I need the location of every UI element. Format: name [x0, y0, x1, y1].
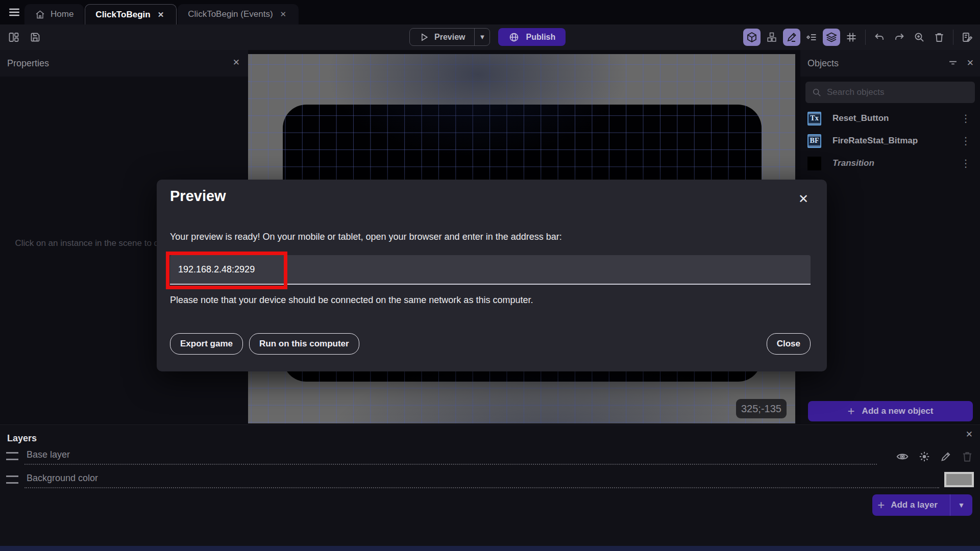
- preview-button[interactable]: Preview: [410, 29, 474, 45]
- save-button[interactable]: [27, 29, 44, 46]
- object-row-reset-button[interactable]: Tx Reset_Button ⋮: [800, 107, 980, 130]
- instances-button[interactable]: [763, 29, 780, 46]
- tab-events-clicktobegin[interactable]: ClickToBegin (Events) ✕: [178, 4, 299, 24]
- preview-button-label: Preview: [434, 33, 465, 42]
- instances-list-icon: [805, 31, 818, 43]
- object-row-transition[interactable]: Transition ⋮: [800, 152, 980, 174]
- preview-address-input[interactable]: [170, 255, 811, 285]
- toolbar-left: [5, 29, 44, 46]
- plus-icon: +: [848, 404, 855, 418]
- dialog-actions: Export game Run on this computer: [170, 333, 359, 355]
- object-row-fireratestat-bitmap[interactable]: BF FireRateStat_Bitmap ⋮: [800, 130, 980, 152]
- close-icon[interactable]: ✕: [233, 57, 240, 68]
- add-new-object-label: Add a new object: [862, 406, 934, 416]
- chevron-down-icon: ▼: [479, 33, 486, 41]
- trash-icon: [933, 31, 945, 43]
- undo-icon: [873, 31, 886, 43]
- pencil-icon: [786, 31, 798, 43]
- add-layer-label: Add a layer: [891, 500, 938, 510]
- black-square-object-icon: [807, 157, 821, 170]
- layer-actions: [896, 447, 974, 466]
- toggle-grid-button[interactable]: [843, 29, 860, 46]
- preview-ready-message: Your preview is ready! On your mobile or…: [170, 232, 562, 242]
- panels-icon: [8, 31, 20, 43]
- zoom-in-button[interactable]: [911, 29, 928, 46]
- tab-bar: Home ClickToBegin ✕ ClickToBegin (Events…: [0, 0, 980, 24]
- visibility-eye-icon[interactable]: [896, 450, 909, 463]
- undo-button[interactable]: [871, 29, 888, 46]
- run-on-this-computer-button[interactable]: Run on this computer: [249, 333, 359, 355]
- toolbar-separator: [953, 30, 953, 45]
- search-icon: [812, 87, 822, 97]
- object-name: Reset_Button: [832, 113, 947, 123]
- add-new-object-button[interactable]: + Add a new object: [808, 401, 973, 421]
- bottom-edge-strip: [0, 546, 980, 551]
- scene-properties-button[interactable]: [959, 29, 976, 46]
- close-icon[interactable]: ✕: [798, 192, 808, 206]
- text-object-icon: Tx: [807, 112, 821, 126]
- add-layer-dropdown[interactable]: ▼: [950, 494, 972, 516]
- export-game-button[interactable]: Export game: [170, 333, 243, 355]
- filter-icon[interactable]: [947, 57, 959, 68]
- toggle-panels-button[interactable]: [5, 29, 22, 46]
- publish-button-label: Publish: [526, 33, 555, 42]
- layer-name-underline: [24, 464, 877, 465]
- search-objects-input[interactable]: [827, 87, 969, 97]
- publish-button[interactable]: Publish: [498, 28, 566, 46]
- layer-effects-icon[interactable]: [918, 450, 931, 463]
- close-dialog-button[interactable]: Close: [767, 333, 811, 355]
- redo-button[interactable]: [891, 29, 908, 46]
- add-layer-split-button: + Add a layer ▼: [872, 494, 972, 516]
- delete-layer-trash-icon[interactable]: [961, 450, 974, 463]
- preview-options-dropdown[interactable]: ▼: [474, 29, 489, 45]
- objects-panel: Objects ✕ Tx Reset_Button ⋮ BF FireRateS…: [800, 50, 980, 424]
- toolbar-right: [743, 29, 976, 46]
- hamburger-icon: [8, 6, 21, 19]
- toolbar: Preview ▼ Publish: [0, 24, 980, 50]
- tab-label: Home: [51, 9, 74, 19]
- tab-scene-clicktobegin[interactable]: ClickToBegin ✕: [85, 4, 177, 24]
- close-tab-icon[interactable]: ✕: [156, 9, 166, 20]
- preview-dialog: Preview ✕ Your preview is ready! On your…: [157, 180, 827, 371]
- toggle-3d-view-button[interactable]: [743, 29, 761, 46]
- tab-strip: Home ClickToBegin ✕ ClickToBegin (Events…: [24, 4, 299, 24]
- object-menu-icon[interactable]: ⋮: [959, 157, 973, 169]
- main-menu-button[interactable]: [5, 4, 23, 21]
- object-menu-icon[interactable]: ⋮: [959, 112, 973, 124]
- drag-handle-icon[interactable]: [6, 475, 18, 484]
- tab-label: ClickToBegin (Events): [188, 9, 273, 19]
- preview-split-button: Preview ▼: [409, 28, 490, 46]
- play-icon: [419, 32, 429, 42]
- layers-panel-button[interactable]: [823, 29, 840, 46]
- zoom-in-icon: [913, 31, 925, 43]
- background-color-swatch[interactable]: [944, 472, 974, 487]
- object-name: Transition: [832, 158, 947, 168]
- gdevelop-window: Home ClickToBegin ✕ ClickToBegin (Events…: [0, 0, 980, 551]
- home-icon: [35, 9, 45, 20]
- save-icon: [29, 31, 41, 43]
- close-icon[interactable]: ✕: [966, 429, 973, 440]
- tab-home[interactable]: Home: [24, 4, 84, 24]
- delete-selection-button[interactable]: [930, 29, 948, 46]
- object-menu-icon[interactable]: ⋮: [959, 135, 973, 147]
- network-note: Please note that your device should be c…: [170, 295, 533, 306]
- edit-layer-pencil-icon[interactable]: [940, 450, 952, 463]
- add-layer-button[interactable]: + Add a layer: [872, 494, 943, 516]
- chevron-down-icon: ▼: [958, 501, 965, 509]
- layer-name[interactable]: Base layer: [27, 449, 70, 460]
- scene-properties-icon: [961, 31, 973, 43]
- instances-list-button[interactable]: [803, 29, 820, 46]
- edit-scene-button[interactable]: [783, 29, 800, 46]
- toolbar-separator: [865, 30, 866, 45]
- properties-panel-title: Properties: [7, 58, 49, 69]
- close-icon[interactable]: ✕: [967, 58, 974, 68]
- tab-label: ClickToBegin: [95, 10, 150, 20]
- preview-dialog-title: Preview: [170, 188, 226, 205]
- globe-icon: [508, 32, 520, 43]
- layer-name[interactable]: Background color: [27, 473, 98, 484]
- layers-panel-title: Layers: [7, 433, 37, 444]
- layer-row-background-color: Background color: [6, 471, 974, 489]
- objects-search-box: [805, 82, 975, 103]
- drag-handle-icon[interactable]: [6, 452, 18, 460]
- close-tab-icon[interactable]: ✕: [278, 9, 289, 20]
